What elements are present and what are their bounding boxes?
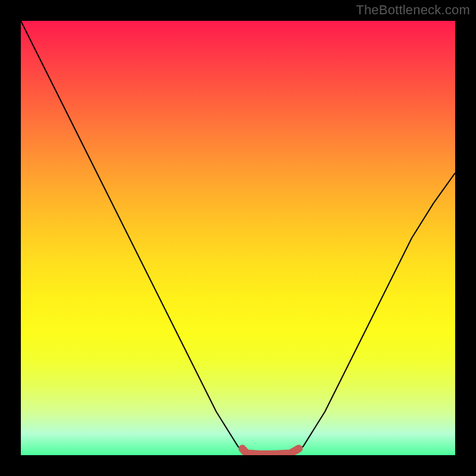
chart-frame: TheBottleneck.com (0, 0, 476, 476)
plot-area (21, 21, 455, 455)
bottleneck-curve-canvas (21, 21, 455, 455)
watermark-label: TheBottleneck.com (356, 2, 470, 18)
